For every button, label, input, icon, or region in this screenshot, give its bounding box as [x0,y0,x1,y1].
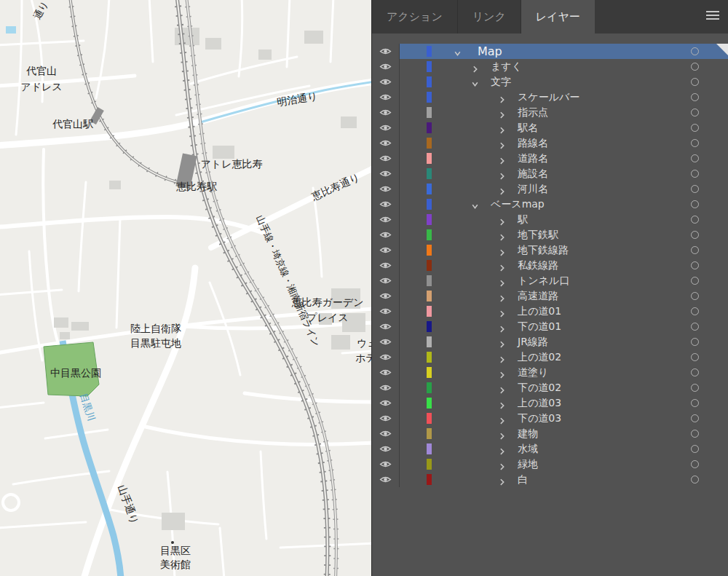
visibility-eye-icon[interactable] [372,105,400,120]
layer-row[interactable]: JR線路 [372,334,728,350]
visibility-eye-icon[interactable] [372,380,400,395]
target-circle[interactable] [691,216,699,224]
layer-row[interactable]: ベースmap [372,197,728,212]
layer-row[interactable]: 上の道03 [372,395,728,411]
visibility-eye-icon[interactable] [372,120,400,135]
chevron-right-icon[interactable] [498,368,507,376]
layer-row[interactable]: 道塗り [372,365,728,380]
layer-row[interactable]: 駅 [372,212,728,227]
layer-row[interactable]: 白 [372,472,728,487]
target-circle[interactable] [691,414,699,422]
layer-row[interactable]: Map [372,44,728,59]
target-circle[interactable] [691,307,699,315]
visibility-eye-icon[interactable] [372,166,400,181]
target-circle[interactable] [691,231,699,239]
layer-row[interactable]: 施設名 [372,166,728,181]
chevron-right-icon[interactable] [498,307,507,315]
target-circle[interactable] [691,460,699,468]
tab-actions[interactable]: アクション [372,0,458,33]
target-circle[interactable] [691,246,699,254]
target-circle[interactable] [691,323,699,331]
layer-row[interactable]: 下の道01 [372,319,728,334]
visibility-eye-icon[interactable] [372,90,400,105]
layer-row[interactable]: 上の道02 [372,350,728,365]
visibility-eye-icon[interactable] [372,59,400,74]
target-circle[interactable] [691,154,699,162]
layer-row[interactable]: 路線名 [372,135,728,151]
chevron-right-icon[interactable] [498,184,507,193]
chevron-right-icon[interactable] [498,475,507,484]
visibility-eye-icon[interactable] [372,304,400,319]
visibility-eye-icon[interactable] [372,426,400,441]
chevron-right-icon[interactable] [498,230,507,239]
visibility-eye-icon[interactable] [372,273,400,288]
layer-row[interactable]: トンネル口 [372,273,728,288]
layer-row[interactable]: 私鉄線路 [372,258,728,273]
layer-row[interactable]: 文字 [372,74,728,90]
visibility-eye-icon[interactable] [372,74,400,90]
visibility-eye-icon[interactable] [372,258,400,273]
chevron-down-icon[interactable] [471,77,480,86]
chevron-right-icon[interactable] [498,398,507,407]
layer-row[interactable]: 建物 [372,426,728,441]
chevron-down-icon[interactable] [471,200,480,208]
target-circle[interactable] [691,200,699,208]
visibility-eye-icon[interactable] [372,227,400,242]
target-circle[interactable] [691,277,699,285]
target-circle[interactable] [691,63,699,71]
layer-row[interactable]: 下の道03 [372,411,728,426]
visibility-eye-icon[interactable] [372,151,400,166]
layer-row[interactable]: 指示点 [372,105,728,120]
target-circle[interactable] [691,384,699,392]
chevron-right-icon[interactable] [498,245,507,254]
chevron-right-icon[interactable] [498,414,507,422]
map-canvas[interactable]: 通り 代官山 アドレス 代官山駅 明治通り アトレ恵比寿 恵比寿駅 恵比寿通り … [0,0,371,576]
layer-row[interactable]: スケールバー [372,90,728,105]
target-circle[interactable] [691,93,699,101]
chevron-right-icon[interactable] [498,383,507,392]
layer-row[interactable]: 上の道01 [372,304,728,319]
layer-row[interactable]: 水域 [372,441,728,457]
target-circle[interactable] [691,430,699,438]
chevron-right-icon[interactable] [498,444,507,453]
chevron-right-icon[interactable] [498,337,507,346]
target-circle[interactable] [691,368,699,376]
tab-layers[interactable]: レイヤー [521,0,595,33]
visibility-eye-icon[interactable] [372,135,400,151]
visibility-eye-icon[interactable] [372,181,400,197]
chevron-right-icon[interactable] [498,169,507,178]
chevron-right-icon[interactable] [498,352,507,361]
target-circle[interactable] [691,124,699,132]
layer-row[interactable]: 地下鉄線路 [372,242,728,258]
visibility-eye-icon[interactable] [372,197,400,212]
chevron-right-icon[interactable] [498,108,507,117]
chevron-right-icon[interactable] [498,138,507,147]
target-circle[interactable] [691,185,699,193]
visibility-eye-icon[interactable] [372,395,400,411]
target-circle[interactable] [691,445,699,453]
chevron-right-icon[interactable] [498,261,507,269]
visibility-eye-icon[interactable] [372,288,400,304]
layer-row[interactable]: 河川名 [372,181,728,197]
layer-row[interactable]: 緑地 [372,457,728,472]
visibility-eye-icon[interactable] [372,365,400,380]
target-circle[interactable] [691,338,699,346]
layer-row[interactable]: 地下鉄駅 [372,227,728,242]
layer-row[interactable]: 下の道02 [372,380,728,395]
layer-row[interactable]: 道路名 [372,151,728,166]
target-circle[interactable] [691,109,699,117]
visibility-eye-icon[interactable] [372,319,400,334]
target-circle[interactable] [691,78,699,86]
layer-row[interactable]: 高速道路 [372,288,728,304]
chevron-right-icon[interactable] [471,62,480,71]
visibility-eye-icon[interactable] [372,242,400,258]
target-circle[interactable] [691,47,699,55]
visibility-eye-icon[interactable] [372,334,400,350]
chevron-right-icon[interactable] [498,429,507,438]
visibility-eye-icon[interactable] [372,472,400,487]
target-circle[interactable] [691,170,699,178]
tab-links[interactable]: リンク [458,0,521,33]
visibility-eye-icon[interactable] [372,441,400,457]
target-circle[interactable] [691,292,699,300]
target-circle[interactable] [691,139,699,147]
